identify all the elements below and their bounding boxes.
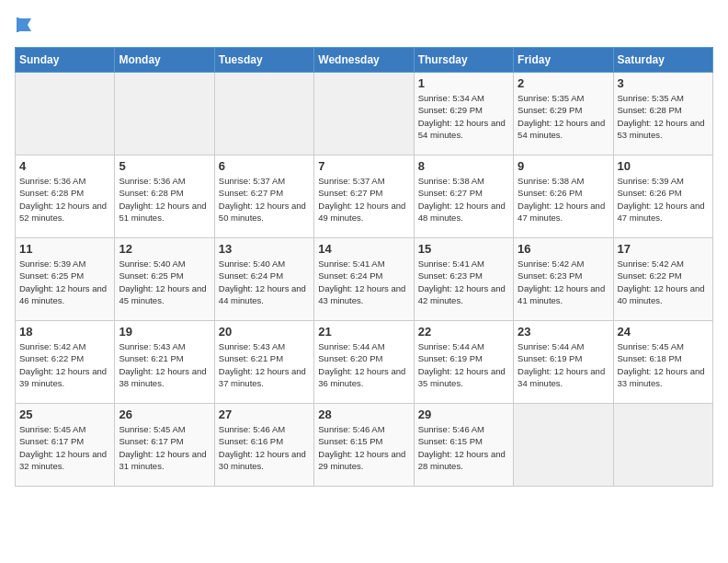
header bbox=[15, 15, 713, 40]
day-cell: 21Sunrise: 5:44 AMSunset: 6:20 PMDayligh… bbox=[314, 321, 414, 404]
day-number: 12 bbox=[119, 242, 210, 256]
day-cell: 8Sunrise: 5:38 AMSunset: 6:27 PMDaylight… bbox=[414, 155, 513, 238]
day-info: Sunrise: 5:46 AMSunset: 6:15 PMDaylight:… bbox=[318, 423, 409, 472]
day-info: Sunrise: 5:44 AMSunset: 6:19 PMDaylight:… bbox=[518, 340, 609, 389]
week-row-5: 25Sunrise: 5:45 AMSunset: 6:17 PMDayligh… bbox=[16, 404, 713, 487]
day-number: 9 bbox=[518, 159, 609, 173]
day-info: Sunrise: 5:45 AMSunset: 6:17 PMDaylight:… bbox=[119, 423, 210, 472]
day-number: 29 bbox=[418, 408, 509, 421]
week-row-2: 4Sunrise: 5:36 AMSunset: 6:28 PMDaylight… bbox=[16, 155, 713, 238]
day-number: 8 bbox=[418, 159, 509, 173]
day-number: 10 bbox=[618, 159, 709, 173]
svg-marker-0 bbox=[18, 18, 31, 31]
day-info: Sunrise: 5:44 AMSunset: 6:20 PMDaylight:… bbox=[318, 340, 409, 389]
logo-flag-icon bbox=[15, 15, 35, 35]
day-number: 15 bbox=[418, 242, 509, 256]
day-number: 14 bbox=[318, 242, 409, 256]
week-row-3: 11Sunrise: 5:39 AMSunset: 6:25 PMDayligh… bbox=[16, 238, 713, 321]
day-info: Sunrise: 5:41 AMSunset: 6:24 PMDaylight:… bbox=[318, 258, 409, 306]
day-number: 20 bbox=[219, 325, 310, 339]
day-number: 3 bbox=[618, 76, 709, 90]
day-cell: 25Sunrise: 5:45 AMSunset: 6:17 PMDayligh… bbox=[16, 404, 115, 487]
day-info: Sunrise: 5:39 AMSunset: 6:25 PMDaylight:… bbox=[19, 258, 110, 306]
col-header-friday: Friday bbox=[514, 48, 613, 73]
day-cell: 3Sunrise: 5:35 AMSunset: 6:28 PMDaylight… bbox=[613, 73, 712, 155]
day-number: 25 bbox=[19, 408, 110, 421]
day-info: Sunrise: 5:43 AMSunset: 6:21 PMDaylight:… bbox=[219, 340, 310, 389]
day-cell: 24Sunrise: 5:45 AMSunset: 6:18 PMDayligh… bbox=[613, 321, 712, 404]
day-info: Sunrise: 5:45 AMSunset: 6:18 PMDaylight:… bbox=[618, 340, 709, 389]
day-number: 4 bbox=[19, 159, 110, 173]
day-cell: 11Sunrise: 5:39 AMSunset: 6:25 PMDayligh… bbox=[16, 238, 115, 321]
day-cell: 1Sunrise: 5:34 AMSunset: 6:29 PMDaylight… bbox=[414, 73, 513, 155]
day-info: Sunrise: 5:39 AMSunset: 6:26 PMDaylight:… bbox=[618, 175, 709, 224]
day-info: Sunrise: 5:42 AMSunset: 6:23 PMDaylight:… bbox=[518, 258, 609, 306]
day-cell: 13Sunrise: 5:40 AMSunset: 6:24 PMDayligh… bbox=[214, 238, 313, 321]
day-info: Sunrise: 5:36 AMSunset: 6:28 PMDaylight:… bbox=[19, 175, 110, 224]
day-cell: 9Sunrise: 5:38 AMSunset: 6:26 PMDaylight… bbox=[514, 155, 613, 238]
day-number: 2 bbox=[518, 76, 609, 90]
day-info: Sunrise: 5:38 AMSunset: 6:27 PMDaylight:… bbox=[418, 175, 509, 224]
day-number: 23 bbox=[518, 325, 609, 339]
day-info: Sunrise: 5:46 AMSunset: 6:15 PMDaylight:… bbox=[418, 423, 509, 472]
day-cell bbox=[214, 73, 313, 155]
day-number: 18 bbox=[19, 325, 110, 339]
day-cell: 20Sunrise: 5:43 AMSunset: 6:21 PMDayligh… bbox=[214, 321, 313, 404]
day-cell bbox=[314, 73, 414, 155]
day-info: Sunrise: 5:46 AMSunset: 6:16 PMDaylight:… bbox=[219, 423, 310, 472]
day-info: Sunrise: 5:40 AMSunset: 6:25 PMDaylight:… bbox=[119, 258, 210, 306]
day-number: 13 bbox=[219, 242, 310, 256]
day-cell bbox=[514, 404, 613, 487]
day-number: 7 bbox=[318, 159, 409, 173]
day-info: Sunrise: 5:38 AMSunset: 6:26 PMDaylight:… bbox=[518, 175, 609, 224]
day-cell: 15Sunrise: 5:41 AMSunset: 6:23 PMDayligh… bbox=[414, 238, 513, 321]
day-info: Sunrise: 5:42 AMSunset: 6:22 PMDaylight:… bbox=[618, 258, 709, 306]
day-cell: 26Sunrise: 5:45 AMSunset: 6:17 PMDayligh… bbox=[115, 404, 214, 487]
day-info: Sunrise: 5:40 AMSunset: 6:24 PMDaylight:… bbox=[219, 258, 310, 306]
day-info: Sunrise: 5:45 AMSunset: 6:17 PMDaylight:… bbox=[19, 423, 110, 472]
day-cell: 18Sunrise: 5:42 AMSunset: 6:22 PMDayligh… bbox=[16, 321, 115, 404]
day-info: Sunrise: 5:37 AMSunset: 6:27 PMDaylight:… bbox=[318, 175, 409, 224]
day-info: Sunrise: 5:42 AMSunset: 6:22 PMDaylight:… bbox=[19, 340, 110, 389]
day-number: 16 bbox=[518, 242, 609, 256]
day-info: Sunrise: 5:43 AMSunset: 6:21 PMDaylight:… bbox=[119, 340, 210, 389]
day-number: 21 bbox=[318, 325, 409, 339]
col-header-wednesday: Wednesday bbox=[314, 48, 414, 73]
day-number: 27 bbox=[219, 408, 310, 421]
day-cell: 4Sunrise: 5:36 AMSunset: 6:28 PMDaylight… bbox=[16, 155, 115, 238]
day-cell: 23Sunrise: 5:44 AMSunset: 6:19 PMDayligh… bbox=[514, 321, 613, 404]
col-header-sunday: Sunday bbox=[16, 48, 115, 73]
day-info: Sunrise: 5:34 AMSunset: 6:29 PMDaylight:… bbox=[418, 92, 509, 141]
day-cell: 14Sunrise: 5:41 AMSunset: 6:24 PMDayligh… bbox=[314, 238, 414, 321]
day-info: Sunrise: 5:41 AMSunset: 6:23 PMDaylight:… bbox=[418, 258, 509, 306]
day-number: 28 bbox=[318, 408, 409, 421]
logo bbox=[15, 15, 37, 40]
day-cell bbox=[16, 73, 115, 155]
day-cell: 28Sunrise: 5:46 AMSunset: 6:15 PMDayligh… bbox=[314, 404, 414, 487]
day-info: Sunrise: 5:44 AMSunset: 6:19 PMDaylight:… bbox=[418, 340, 509, 389]
day-number: 26 bbox=[119, 408, 210, 421]
day-cell: 27Sunrise: 5:46 AMSunset: 6:16 PMDayligh… bbox=[214, 404, 313, 487]
day-cell bbox=[115, 73, 214, 155]
day-cell: 19Sunrise: 5:43 AMSunset: 6:21 PMDayligh… bbox=[115, 321, 214, 404]
day-cell: 7Sunrise: 5:37 AMSunset: 6:27 PMDaylight… bbox=[314, 155, 414, 238]
day-info: Sunrise: 5:36 AMSunset: 6:28 PMDaylight:… bbox=[119, 175, 210, 224]
day-number: 1 bbox=[418, 76, 509, 90]
day-number: 22 bbox=[418, 325, 509, 339]
day-info: Sunrise: 5:35 AMSunset: 6:29 PMDaylight:… bbox=[518, 92, 609, 141]
col-header-thursday: Thursday bbox=[414, 48, 513, 73]
col-header-tuesday: Tuesday bbox=[214, 48, 313, 73]
col-header-monday: Monday bbox=[115, 48, 214, 73]
day-info: Sunrise: 5:37 AMSunset: 6:27 PMDaylight:… bbox=[219, 175, 310, 224]
day-cell bbox=[613, 404, 712, 487]
day-cell: 6Sunrise: 5:37 AMSunset: 6:27 PMDaylight… bbox=[214, 155, 313, 238]
day-cell: 10Sunrise: 5:39 AMSunset: 6:26 PMDayligh… bbox=[613, 155, 712, 238]
day-cell: 17Sunrise: 5:42 AMSunset: 6:22 PMDayligh… bbox=[613, 238, 712, 321]
svg-rect-1 bbox=[17, 17, 19, 32]
day-number: 6 bbox=[219, 159, 310, 173]
day-cell: 5Sunrise: 5:36 AMSunset: 6:28 PMDaylight… bbox=[115, 155, 214, 238]
week-row-4: 18Sunrise: 5:42 AMSunset: 6:22 PMDayligh… bbox=[16, 321, 713, 404]
day-number: 17 bbox=[618, 242, 709, 256]
day-cell: 22Sunrise: 5:44 AMSunset: 6:19 PMDayligh… bbox=[414, 321, 513, 404]
calendar-header-row: SundayMondayTuesdayWednesdayThursdayFrid… bbox=[16, 48, 713, 73]
